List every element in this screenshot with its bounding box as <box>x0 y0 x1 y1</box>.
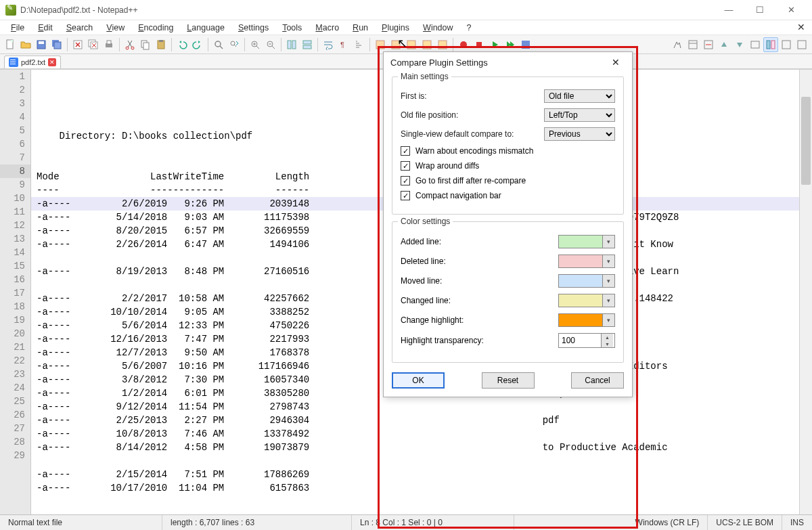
maximize-button[interactable]: ☐ <box>744 0 775 20</box>
wordwrap-icon[interactable] <box>321 37 336 52</box>
undo-icon[interactable] <box>175 37 189 52</box>
tool-right-3[interactable] <box>701 37 716 52</box>
scrollbar-thumb[interactable] <box>801 97 811 185</box>
menu-run[interactable]: Run <box>346 22 375 34</box>
close-file-icon[interactable] <box>70 37 85 52</box>
chk-compact[interactable]: ✓Compact navigation bar <box>401 191 615 200</box>
menu-view[interactable]: View <box>99 22 131 34</box>
chk-wrap[interactable]: ✓Wrap around diffs <box>401 161 615 171</box>
line-number: 6 <box>0 137 30 151</box>
tri-down-icon[interactable] <box>732 37 747 52</box>
menu-tools[interactable]: Tools <box>275 22 309 34</box>
reset-button[interactable]: Reset <box>482 372 535 389</box>
tab-close-icon[interactable]: ✕ <box>48 58 56 66</box>
chevron-down-icon[interactable]: ▾ <box>602 255 614 267</box>
cancel-button[interactable]: Cancel <box>571 372 624 389</box>
menu-file[interactable]: File <box>4 22 31 34</box>
chk-encodings[interactable]: ✓Warn about encodings mismatch <box>401 146 615 156</box>
line-number: 16 <box>0 273 30 286</box>
print-icon[interactable] <box>102 37 116 52</box>
text-row[interactable] <box>31 454 812 468</box>
status-eol[interactable]: Windows (CR LF) <box>627 515 708 530</box>
changed-color[interactable]: ▾ <box>558 294 615 307</box>
sync-h-icon[interactable] <box>300 37 315 52</box>
text-row[interactable]: -a---- 8/14/2012 4:58 PM 19073879 to Pro… <box>31 441 812 454</box>
menu-macro[interactable]: Macro <box>309 22 346 34</box>
zoom-in-icon[interactable] <box>248 37 263 52</box>
paste-icon[interactable] <box>154 37 168 52</box>
text-row[interactable]: -a---- 10/17/2010 11:04 PM 6157863 <box>31 481 812 495</box>
save-macro-icon[interactable] <box>518 37 533 52</box>
tool-right-4[interactable] <box>748 37 763 52</box>
text-row[interactable]: -a---- 2/25/2013 2:27 PM 2946304 pdf <box>31 414 812 427</box>
redo-icon[interactable] <box>190 37 205 52</box>
spin-down-icon[interactable]: ▼ <box>602 340 613 347</box>
spin-up-icon[interactable]: ▲ <box>602 334 613 340</box>
doc-map-icon[interactable] <box>763 37 778 52</box>
menu-search[interactable]: Search <box>60 22 100 34</box>
status-ins[interactable]: INS <box>782 515 812 530</box>
copy-icon[interactable] <box>138 37 153 52</box>
tool-generic-5[interactable] <box>435 37 450 52</box>
record-macro-icon[interactable] <box>456 37 471 52</box>
old-pos-select[interactable]: Left/Top <box>544 108 615 122</box>
chevron-down-icon[interactable]: ▾ <box>602 314 614 326</box>
chevron-down-icon[interactable]: ▾ <box>602 275 614 287</box>
menu-settings[interactable]: Settings <box>231 22 275 34</box>
show-all-chars-icon[interactable]: ¶ <box>336 37 351 52</box>
text-row[interactable]: -a---- 9/12/2014 11:54 PM 2798743 <box>31 400 812 414</box>
play-macro-icon[interactable] <box>487 37 502 52</box>
tool-generic-4[interactable] <box>420 37 434 52</box>
menu-language[interactable]: Language <box>180 22 231 34</box>
tool-generic-2[interactable] <box>388 37 403 52</box>
transparency-spinner[interactable]: ▲▼ <box>558 333 615 348</box>
save-all-icon[interactable] <box>49 37 64 52</box>
text-row[interactable]: -a---- 2/15/2014 7:51 PM 17886269 <box>31 468 812 481</box>
replace-icon[interactable] <box>227 37 242 52</box>
menu-edit[interactable]: Edit <box>31 22 60 34</box>
single-view-select[interactable]: Previous <box>544 127 615 141</box>
status-encoding[interactable]: UCS-2 LE BOM <box>708 515 782 530</box>
chk-goto[interactable]: ✓Go to first diff after re-compare <box>401 176 615 185</box>
cut-icon[interactable] <box>122 37 137 52</box>
highlight-color[interactable]: ▾ <box>558 313 615 327</box>
first-is-select[interactable]: Old file <box>544 89 615 103</box>
menu-bar: File Edit Search View Encoding Language … <box>0 20 812 35</box>
menu-help[interactable]: ? <box>460 22 478 34</box>
tab-pdf2[interactable]: pdf2.txt ✕ <box>4 56 61 68</box>
sync-v-icon[interactable] <box>284 37 299 52</box>
close-button[interactable]: ✕ <box>775 0 807 20</box>
menu-close-doc[interactable]: ✕ <box>797 22 805 32</box>
tool-right-1[interactable] <box>670 37 685 52</box>
menu-encoding[interactable]: Encoding <box>131 22 180 34</box>
svg-rect-22 <box>292 41 296 49</box>
play-multi-icon[interactable] <box>503 37 518 52</box>
menu-plugins[interactable]: Plugins <box>375 22 416 34</box>
tool-generic-3[interactable] <box>404 37 419 52</box>
line-number: 17 <box>0 286 30 300</box>
close-all-icon[interactable] <box>86 37 101 52</box>
dialog-close-icon[interactable]: ✕ <box>606 55 625 70</box>
tool-generic-1[interactable] <box>373 37 388 52</box>
find-icon[interactable] <box>211 37 226 52</box>
deleted-color[interactable]: ▾ <box>558 255 615 268</box>
moved-color[interactable]: ▾ <box>558 274 615 288</box>
tool-right-5[interactable] <box>779 37 794 52</box>
tool-right-6[interactable] <box>794 37 809 52</box>
zoom-out-icon[interactable] <box>263 37 278 52</box>
ok-button[interactable]: OK <box>392 372 445 389</box>
indent-guide-icon[interactable] <box>352 37 367 52</box>
minimize-button[interactable]: — <box>713 0 744 20</box>
tri-up-icon[interactable] <box>717 37 731 52</box>
new-file-icon[interactable] <box>3 37 18 52</box>
open-file-icon[interactable] <box>18 37 33 52</box>
transparency-input[interactable] <box>559 334 601 347</box>
chevron-down-icon[interactable]: ▾ <box>602 236 614 248</box>
stop-macro-icon[interactable] <box>472 37 487 52</box>
added-color[interactable]: ▾ <box>558 235 615 248</box>
tool-right-2[interactable] <box>685 37 700 52</box>
menu-window[interactable]: Window <box>416 22 459 34</box>
save-icon[interactable] <box>34 37 49 52</box>
chevron-down-icon[interactable]: ▾ <box>602 294 614 307</box>
text-row[interactable]: -a---- 10/8/2013 7:46 AM 13378492 <box>31 427 812 441</box>
